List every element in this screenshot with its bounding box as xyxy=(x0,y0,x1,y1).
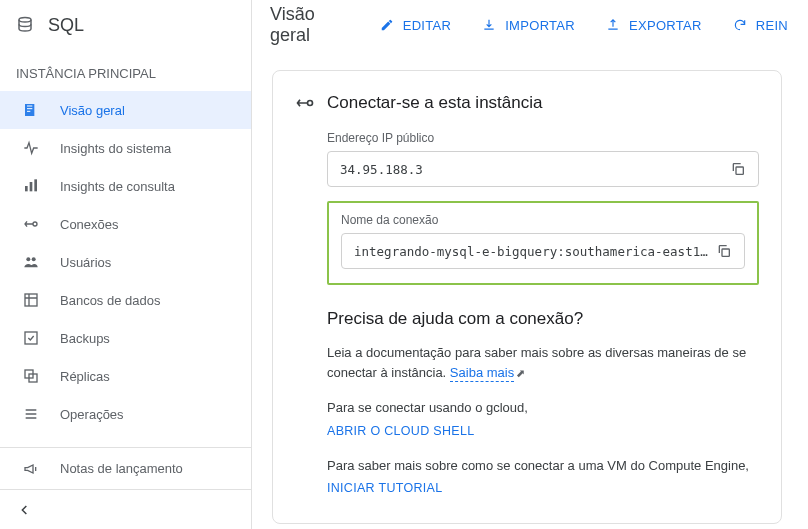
external-link-icon: ⬈ xyxy=(516,367,525,379)
users-icon xyxy=(22,253,40,271)
sidebar-item-label: Insights de consulta xyxy=(60,179,175,194)
svg-point-6 xyxy=(32,257,36,261)
connect-icon xyxy=(22,215,40,233)
restart-button[interactable]: REIN xyxy=(730,13,790,37)
sidebar-item-replicas[interactable]: Réplicas xyxy=(0,357,251,395)
public-ip-field: 34.95.188.3 xyxy=(327,151,759,187)
backup-icon xyxy=(22,329,40,347)
svg-rect-12 xyxy=(736,167,743,174)
sidebar-item-databases[interactable]: Bancos de dados xyxy=(0,281,251,319)
product-header: SQL xyxy=(0,0,251,50)
start-tutorial-link[interactable]: INICIAR TUTORIAL xyxy=(327,481,759,495)
help-section: Precisa de ajuda com a conexão? Leia a d… xyxy=(327,309,759,495)
collapse-sidebar-button[interactable] xyxy=(0,489,251,529)
sidebar-item-label: Bancos de dados xyxy=(60,293,160,308)
svg-point-5 xyxy=(26,257,30,261)
help-heading: Precisa de ajuda com a conexão? xyxy=(327,309,759,329)
import-label: IMPORTAR xyxy=(505,18,575,33)
connect-icon xyxy=(295,93,315,113)
restart-icon xyxy=(732,17,748,33)
sidebar-item-backups[interactable]: Backups xyxy=(0,319,251,357)
svg-rect-8 xyxy=(25,332,37,344)
help-docs-text: Leia a documentação para saber mais sobr… xyxy=(327,343,759,382)
learn-more-link[interactable]: Saiba mais xyxy=(450,365,514,382)
sidebar-item-label: Visão geral xyxy=(60,103,125,118)
sidebar-item-users[interactable]: Usuários xyxy=(0,243,251,281)
connection-name-value: integrando-mysql-e-bigquery:southamerica… xyxy=(354,244,712,259)
sidebar-item-label: Insights do sistema xyxy=(60,141,171,156)
card-title: Conectar-se a esta instância xyxy=(327,93,542,113)
overview-icon xyxy=(22,101,40,119)
svg-point-0 xyxy=(19,18,31,23)
svg-point-4 xyxy=(33,222,37,226)
sidebar-item-label: Operações xyxy=(60,407,124,422)
sidebar-item-label: Réplicas xyxy=(60,369,110,384)
svg-rect-2 xyxy=(30,182,33,191)
svg-rect-7 xyxy=(25,294,37,306)
sidebar-item-operations[interactable]: Operações xyxy=(0,395,251,433)
connection-name-field: integrando-mysql-e-bigquery:southamerica… xyxy=(341,233,745,269)
sidebar-item-label: Usuários xyxy=(60,255,111,270)
edit-label: EDITAR xyxy=(403,18,452,33)
main-area: Visão geral EDITAR IMPORTAR EXPORTAR xyxy=(252,0,808,529)
sidebar-item-overview[interactable]: Visão geral xyxy=(0,91,251,129)
sidebar-item-system-insights[interactable]: Insights do sistema xyxy=(0,129,251,167)
svg-rect-3 xyxy=(34,179,37,191)
edit-button[interactable]: EDITAR xyxy=(377,13,454,37)
connect-card: Conectar-se a esta instância Endereço IP… xyxy=(272,70,782,524)
megaphone-icon xyxy=(22,460,40,478)
replicas-icon xyxy=(22,367,40,385)
public-ip-value: 34.95.188.3 xyxy=(340,162,726,177)
release-notes-label: Notas de lançamento xyxy=(60,461,183,476)
list-icon xyxy=(22,405,40,423)
connection-name-label: Nome da conexão xyxy=(341,213,745,227)
svg-rect-1 xyxy=(25,186,28,191)
sidebar-section-label: INSTÂNCIA PRINCIPAL xyxy=(0,50,251,91)
connection-name-highlight: Nome da conexão integrando-mysql-e-bigqu… xyxy=(327,201,759,285)
sidebar: SQL INSTÂNCIA PRINCIPAL Visão geral Insi… xyxy=(0,0,252,529)
svg-point-11 xyxy=(308,101,313,106)
copy-ip-button[interactable] xyxy=(726,157,750,181)
gcloud-text: Para se conectar usando o gcloud, xyxy=(327,398,759,418)
pulse-icon xyxy=(22,139,40,157)
export-button[interactable]: EXPORTAR xyxy=(603,13,704,37)
sql-product-icon xyxy=(16,16,34,34)
import-icon xyxy=(481,17,497,33)
vm-text: Para saber mais sobre como se conectar a… xyxy=(327,456,759,476)
open-cloud-shell-link[interactable]: ABRIR O CLOUD SHELL xyxy=(327,424,759,438)
svg-rect-13 xyxy=(722,249,729,256)
sidebar-item-connections[interactable]: Conexões xyxy=(0,205,251,243)
sidebar-item-label: Conexões xyxy=(60,217,119,232)
database-grid-icon xyxy=(22,291,40,309)
release-notes-link[interactable]: Notas de lançamento xyxy=(0,447,251,489)
copy-connection-button[interactable] xyxy=(712,239,736,263)
public-ip-label: Endereço IP público xyxy=(327,131,759,145)
export-label: EXPORTAR xyxy=(629,18,702,33)
sidebar-item-query-insights[interactable]: Insights de consulta xyxy=(0,167,251,205)
page-title: Visão geral xyxy=(270,4,331,46)
topbar: Visão geral EDITAR IMPORTAR EXPORTAR xyxy=(252,0,808,50)
restart-label: REIN xyxy=(756,18,788,33)
bar-chart-icon xyxy=(22,177,40,195)
product-title: SQL xyxy=(48,15,84,36)
chevron-left-icon xyxy=(16,501,34,519)
pencil-icon xyxy=(379,17,395,33)
import-button[interactable]: IMPORTAR xyxy=(479,13,577,37)
sidebar-item-label: Backups xyxy=(60,331,110,346)
copy-icon xyxy=(730,161,746,177)
copy-icon xyxy=(716,243,732,259)
export-icon xyxy=(605,17,621,33)
